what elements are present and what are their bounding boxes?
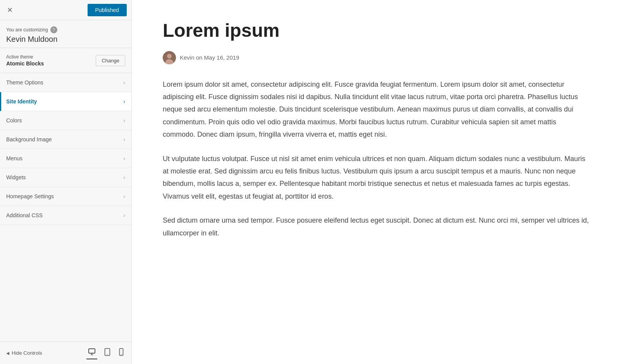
chevron-right-icon: › <box>123 212 125 218</box>
close-button[interactable]: ✕ <box>5 5 15 15</box>
nav-item-additional-css[interactable]: Additional CSS › <box>0 206 131 225</box>
post-paragraph-2: Ut vulputate luctus volutpat. Fusce ut n… <box>163 153 589 203</box>
change-theme-button[interactable]: Change <box>96 55 125 66</box>
chevron-right-icon: › <box>123 79 125 86</box>
bottom-bar: ◂ Hide Controls <box>0 342 131 364</box>
post-title: Lorem ipsum <box>163 19 589 42</box>
svg-rect-0 <box>89 349 95 353</box>
chevron-right-icon: › <box>123 117 125 124</box>
active-theme-name: Atomic Blocks <box>6 60 44 67</box>
nav-item-label: Background Image <box>6 136 52 143</box>
avatar <box>163 51 176 64</box>
chevron-right-icon: › <box>123 193 125 199</box>
active-theme-info: Active theme Atomic Blocks <box>6 54 44 67</box>
nav-item-label: Theme Options <box>6 79 43 86</box>
device-icons <box>86 347 125 359</box>
post-author-date: Kevin on May 16, 2019 <box>180 54 239 61</box>
nav-item-label: Additional CSS <box>6 212 43 218</box>
post-paragraph-1: Lorem ipsum dolor sit amet, consectetur … <box>163 78 589 141</box>
svg-point-8 <box>167 54 172 58</box>
published-button[interactable]: Published <box>88 4 127 16</box>
nav-item-menus[interactable]: Menus › <box>0 149 131 168</box>
main-content: Lorem ipsum Kevin on May 16, 2019 Lorem … <box>132 0 620 364</box>
nav-item-label: Menus <box>6 155 22 161</box>
nav-item-background-image[interactable]: Background Image › <box>0 130 131 149</box>
top-bar: ✕ Published <box>0 0 131 20</box>
help-icon[interactable]: ? <box>50 26 57 33</box>
hide-controls-label: Hide Controls <box>12 350 42 356</box>
hide-controls[interactable]: ◂ Hide Controls <box>6 349 42 357</box>
active-theme-label: Active theme <box>6 54 44 60</box>
svg-point-6 <box>121 354 122 355</box>
nav-item-colors[interactable]: Colors › <box>0 111 131 130</box>
desktop-icon[interactable] <box>86 347 97 359</box>
nav-item-label: Widgets <box>6 174 26 180</box>
customizing-text: You are customizing <box>6 27 48 33</box>
nav-item-homepage-settings[interactable]: Homepage Settings › <box>0 187 131 206</box>
mobile-icon[interactable] <box>117 347 125 359</box>
tablet-icon[interactable] <box>103 347 112 359</box>
chevron-right-icon: › <box>123 136 125 143</box>
nav-items: Theme Options › Site Identity › Colors ›… <box>0 73 131 342</box>
svg-point-4 <box>107 354 108 355</box>
post-paragraph-3: Sed dictum ornare urna sed tempor. Fusce… <box>163 214 589 239</box>
site-name: Kevin Muldoon <box>6 35 125 44</box>
nav-item-site-identity[interactable]: Site Identity › <box>0 92 131 111</box>
nav-item-label: Homepage Settings <box>6 193 54 199</box>
post-meta: Kevin on May 16, 2019 <box>163 51 589 64</box>
customizing-info: You are customizing ? Kevin Muldoon <box>0 20 131 48</box>
sidebar: ✕ Published You are customizing ? Kevin … <box>0 0 132 364</box>
customizing-label: You are customizing ? <box>6 26 125 33</box>
nav-item-widgets[interactable]: Widgets › <box>0 168 131 187</box>
nav-item-label: Site Identity <box>6 98 37 105</box>
hide-controls-icon: ◂ <box>6 349 9 357</box>
nav-item-theme-options[interactable]: Theme Options › <box>0 73 131 92</box>
chevron-right-icon: › <box>123 174 125 180</box>
chevron-right-icon: › <box>123 98 125 105</box>
nav-item-label: Colors <box>6 117 22 124</box>
active-theme-section: Active theme Atomic Blocks Change <box>0 48 131 73</box>
chevron-right-icon: › <box>123 155 125 161</box>
